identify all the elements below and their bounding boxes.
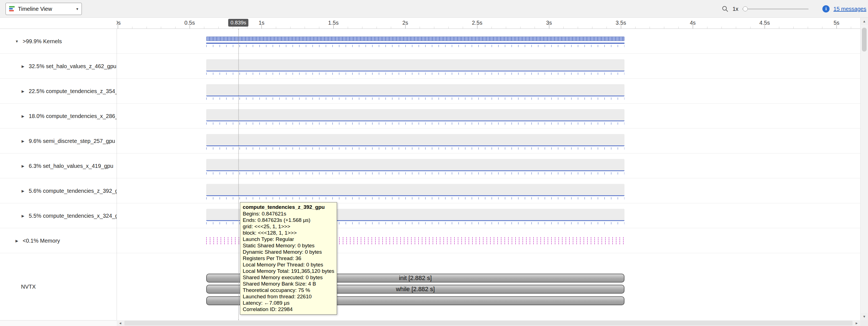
- time-marker-label: 0.839s: [228, 19, 249, 27]
- nvtx-section-label[interactable]: NVTX: [0, 253, 117, 320]
- scroll-left-button[interactable]: ◄: [117, 320, 124, 326]
- tree-row-compute-tendencies-z-354-gpu[interactable]: ▶22.5% compute_tendencies_z_354_gpu: [0, 79, 117, 104]
- vertical-scrollbar[interactable]: ▲ ▼: [860, 18, 868, 320]
- zoom-magnifier-icon[interactable]: [721, 5, 729, 12]
- kernel-lane-set-halo-values-z-462-gpu[interactable]: [206, 59, 624, 72]
- tooltip-line: Shared Memory executed: 0 bytes: [243, 274, 334, 280]
- row-separator: [0, 153, 860, 154]
- chevron-collapsed-icon[interactable]: ▶: [21, 114, 25, 118]
- nvtx-label: NVTX: [21, 283, 36, 290]
- timeline-ruler[interactable]: 0.839s 0s0.5s1s1.5s2s2.5s3s3.5s4s4.5s5s: [117, 18, 860, 29]
- tree-row-compute-tendencies-z-392-gpu[interactable]: ▶5.6% compute_tendencies_z_392_gpu: [0, 179, 117, 203]
- chevron-collapsed-icon[interactable]: ▶: [21, 139, 25, 143]
- ruler-tick-label: 2.5s: [472, 20, 483, 26]
- panel-divider[interactable]: [117, 18, 117, 320]
- tree-row-set-halo-values-z-462-gpu[interactable]: ▶32.5% set_halo_values_z_462_gpu: [0, 54, 117, 79]
- kernel-lane-compute-tendencies-x-286-gpu[interactable]: [206, 109, 624, 121]
- tree-row-set-halo-values-x-419-gpu[interactable]: ▶6.3% set_halo_values_x_419_gpu: [0, 154, 117, 179]
- zoom-slider[interactable]: [742, 6, 809, 11]
- kernel-lane-compute-tendencies-z-392-gpu[interactable]: [206, 184, 624, 196]
- chevron-down-icon: ▾: [76, 7, 78, 11]
- info-icon[interactable]: i: [823, 5, 830, 12]
- row-label: 9.6% semi_discrete_step_257_gpu: [29, 138, 115, 144]
- scroll-up-button[interactable]: ▲: [861, 18, 868, 25]
- row-label: 6.3% set_halo_values_x_419_gpu: [29, 163, 113, 169]
- chevron-collapsed-icon[interactable]: ▶: [21, 164, 25, 168]
- row-separator: [0, 103, 860, 104]
- kernel-instance-ticks: [206, 172, 624, 174]
- row-label: 32.5% set_halo_values_z_462_gpu: [29, 63, 116, 70]
- ruler-tick-label: 1.5s: [328, 20, 339, 26]
- view-selector-label: Timeline View: [18, 6, 52, 12]
- tooltip-line: Shared Memory Bank Size: 4 B: [243, 280, 334, 287]
- chevron-collapsed-icon[interactable]: ▶: [21, 189, 25, 193]
- kernel-instance-ticks: [206, 98, 624, 100]
- row-label: 5.6% compute_tendencies_z_392_gpu: [29, 188, 117, 194]
- tooltip-line: grid: <<<25, 1, 1>>>: [243, 223, 334, 229]
- tooltip-line: Correlation ID: 22984: [243, 306, 334, 313]
- kernel-lane-compute-tendencies-z-354-gpu[interactable]: [206, 84, 624, 97]
- scrollbar-corner: [860, 320, 868, 326]
- tooltip-line: Ends: 0.847623s (+1.568 µs): [243, 217, 334, 223]
- row-separator: [0, 53, 860, 54]
- tree-row-kernels[interactable]: ▼>99.9% Kernels: [0, 29, 117, 54]
- nsight-timeline-window: Timeline View ▾ 1x i 15 messages 0.839s …: [0, 0, 868, 326]
- tooltip-lines: Begins: 0.847621sEnds: 0.847623s (+1.568…: [243, 211, 334, 313]
- zoom-level-label: 1x: [733, 6, 738, 12]
- kernels-summary-line: [206, 43, 624, 44]
- tree-row-semi-discrete-step-257-gpu[interactable]: ▶9.6% semi_discrete_step_257_gpu: [0, 129, 117, 154]
- row-label: 22.5% compute_tendencies_z_354_gpu: [29, 88, 117, 94]
- chevron-collapsed-icon[interactable]: ▶: [14, 239, 19, 243]
- ruler-tick-label: 4s: [690, 20, 695, 26]
- timeline-view-icon: [9, 6, 15, 12]
- tooltip-line: Local Memory Total: 191,365,120 bytes: [243, 268, 334, 274]
- kernels-summary-bar[interactable]: [206, 36, 624, 41]
- ruler-tick-label: 1s: [258, 20, 264, 26]
- scroll-right-button[interactable]: ►: [853, 320, 860, 326]
- tooltip-line: block: <<<128, 1, 1>>>: [243, 229, 334, 236]
- scroll-down-button[interactable]: ▼: [861, 313, 868, 320]
- ruler-tick-label: 2s: [402, 20, 408, 26]
- toolbar: Timeline View ▾ 1x i 15 messages: [0, 0, 868, 18]
- kernel-instance-ticks: [206, 73, 624, 75]
- horizontal-scrollbar-thumb[interactable]: [124, 321, 852, 325]
- tooltip-line: Local Memory Per Thread: 0 bytes: [243, 262, 334, 268]
- ruler-tick-label: 4.5s: [760, 20, 770, 26]
- tooltip-line: Latency: ←7.089 µs: [243, 300, 334, 306]
- row-label: 18.0% compute_tendencies_x_286_gpu: [29, 113, 117, 119]
- tooltip-title: compute_tendencies_z_392_gpu: [243, 204, 334, 211]
- ruler-tick-label: 3s: [546, 20, 552, 26]
- kernel-instance-ticks: [206, 147, 624, 150]
- row-separator: [0, 78, 860, 79]
- chevron-expanded-icon[interactable]: ▼: [14, 39, 19, 44]
- ruler-tick-label: 5s: [833, 20, 839, 26]
- kernel-tooltip: compute_tendencies_z_392_gpu Begins: 0.8…: [240, 202, 337, 315]
- zoom-slider-thumb[interactable]: [743, 6, 748, 11]
- kernel-instance-ticks: [206, 197, 624, 199]
- ruler-tick-label: 0.5s: [184, 20, 195, 26]
- view-selector-dropdown[interactable]: Timeline View ▾: [5, 3, 82, 15]
- zoom-slider-track[interactable]: [742, 8, 809, 9]
- chevron-collapsed-icon[interactable]: ▶: [21, 214, 25, 218]
- chevron-collapsed-icon[interactable]: ▶: [21, 89, 25, 93]
- horizontal-scrollbar[interactable]: ◄ ►: [117, 320, 860, 326]
- row-separator: [0, 253, 860, 253]
- tooltip-line: Launched from thread: 22610: [243, 293, 334, 300]
- tooltip-line: Dynamic Shared Memory: 0 bytes: [243, 249, 334, 255]
- vertical-scrollbar-thumb[interactable]: [862, 28, 867, 52]
- tree-row-compute-tendencies-x-286-gpu[interactable]: ▶18.0% compute_tendencies_x_286_gpu: [0, 104, 117, 129]
- kernel-lane-semi-discrete-step-257-gpu[interactable]: [206, 134, 624, 146]
- kernel-instance-ticks: [206, 45, 624, 47]
- toolbar-right-controls: 1x i 15 messages: [721, 0, 866, 18]
- tree-row-compute-tendencies-x-324-gpu[interactable]: ▶5.5% compute_tendencies_x_324_gpu: [0, 203, 117, 228]
- chevron-collapsed-icon[interactable]: ▶: [21, 64, 25, 69]
- messages-link[interactable]: 15 messages: [833, 6, 866, 12]
- row-separator: [0, 228, 860, 228]
- row-label: >99.9% Kernels: [23, 38, 62, 45]
- ruler-tick-label: 3.5s: [616, 20, 626, 26]
- kernel-lane-set-halo-values-x-419-gpu[interactable]: [206, 159, 624, 171]
- row-separator: [0, 128, 860, 129]
- tree-row-memory[interactable]: ▶<0.1% Memory: [0, 228, 117, 253]
- tooltip-line: Static Shared Memory: 0 bytes: [243, 242, 334, 249]
- tooltip-line: Launch Type: Regular: [243, 236, 334, 242]
